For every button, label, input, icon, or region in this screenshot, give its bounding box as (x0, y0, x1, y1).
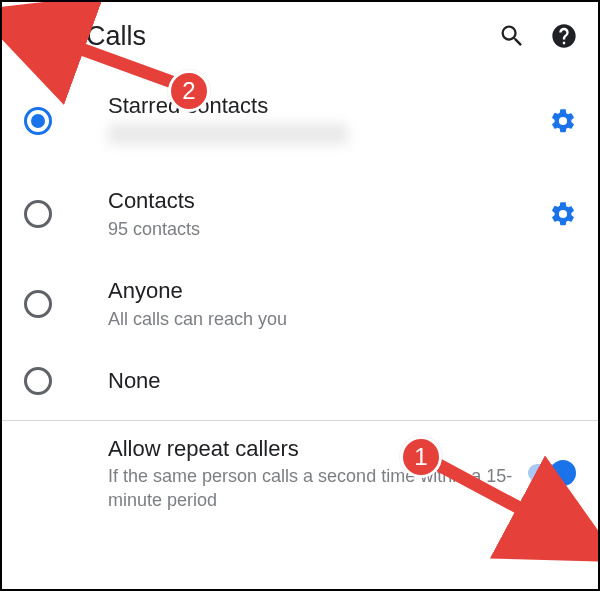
option-text: None (108, 367, 578, 396)
option-label: None (108, 367, 578, 396)
toggle-text: Allow repeat callers If the same person … (108, 435, 528, 512)
option-anyone[interactable]: Anyone All calls can reach you (2, 259, 598, 349)
page-title: Calls (86, 21, 498, 52)
gear-icon (549, 200, 577, 228)
radio-unselected-icon (24, 200, 52, 228)
radio-unselected-icon (24, 367, 52, 395)
header-actions (498, 22, 584, 50)
option-label: Contacts (108, 187, 548, 216)
radio-unselected-icon (24, 290, 52, 318)
header-bar: Calls (2, 2, 598, 66)
option-text: Starred contacts (108, 92, 548, 151)
option-subtext: All calls can reach you (108, 308, 578, 331)
gear-icon (549, 107, 577, 135)
allow-repeat-callers-switch[interactable] (528, 459, 574, 487)
arrow-back-icon (24, 22, 52, 50)
search-icon (498, 22, 526, 50)
option-label: Anyone (108, 277, 578, 306)
help-icon (550, 22, 578, 50)
settings-contacts-button[interactable] (548, 199, 578, 229)
option-subtext (108, 123, 548, 151)
redacted-text (108, 123, 348, 145)
switch-thumb (550, 460, 576, 486)
back-button[interactable] (16, 14, 60, 58)
option-text: Anyone All calls can reach you (108, 277, 578, 331)
toggle-label: Allow repeat callers (108, 435, 518, 464)
toggle-subtext: If the same person calls a second time w… (108, 465, 518, 512)
allow-repeat-callers-row[interactable]: Allow repeat callers If the same person … (2, 421, 598, 526)
option-starred-contacts[interactable]: Starred contacts (2, 74, 598, 169)
option-contacts[interactable]: Contacts 95 contacts (2, 169, 598, 259)
settings-starred-button[interactable] (548, 106, 578, 136)
help-button[interactable] (550, 22, 578, 50)
search-button[interactable] (498, 22, 526, 50)
option-label: Starred contacts (108, 92, 548, 121)
option-subtext: 95 contacts (108, 218, 548, 241)
option-text: Contacts 95 contacts (108, 187, 548, 241)
radio-selected-icon (24, 107, 52, 135)
caller-options-list: Starred contacts Contacts 95 contacts An… (2, 66, 598, 414)
option-none[interactable]: None (2, 349, 598, 414)
